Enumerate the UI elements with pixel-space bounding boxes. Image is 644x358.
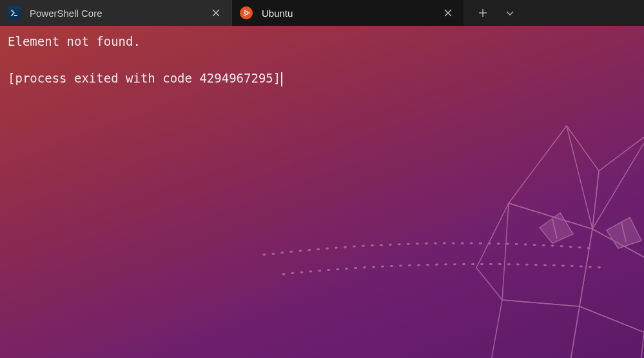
tab-dropdown-button[interactable] [496, 0, 523, 26]
terminal-pane[interactable]: Element not found. [process exited with … [0, 26, 644, 358]
plus-icon [478, 8, 487, 17]
tab-label: PowerShell Core [30, 8, 208, 19]
output-line: [process exited with code 4294967295] [8, 71, 280, 85]
tab-powershell[interactable]: PowerShell Core [0, 0, 232, 26]
svg-line-17 [476, 203, 509, 268]
background-art [231, 74, 644, 358]
powershell-icon [8, 6, 21, 19]
svg-line-26 [592, 132, 644, 229]
svg-marker-14 [580, 229, 644, 332]
close-icon[interactable] [440, 5, 456, 21]
svg-point-6 [244, 14, 246, 16]
svg-point-4 [248, 12, 250, 14]
ubuntu-icon [240, 6, 253, 19]
svg-marker-11 [509, 126, 599, 229]
chevron-down-icon [505, 8, 514, 17]
tab-actions [464, 0, 523, 26]
terminal-window: PowerShell Core Ubu [0, 0, 644, 358]
svg-line-25 [567, 126, 592, 229]
tab-ubuntu[interactable]: Ubuntu [232, 0, 464, 26]
close-icon[interactable] [208, 5, 224, 21]
tab-label: Ubuntu [262, 8, 440, 19]
svg-point-3 [245, 12, 248, 15]
output-line: Element not found. [8, 34, 141, 48]
new-tab-button[interactable] [469, 0, 496, 26]
svg-point-5 [244, 10, 246, 12]
svg-line-18 [476, 268, 502, 300]
terminal-output: Element not found. [process exited with … [0, 26, 644, 94]
svg-marker-16 [567, 306, 644, 358]
cursor [281, 72, 282, 86]
svg-marker-15 [489, 300, 580, 358]
tab-bar: PowerShell Core Ubu [0, 0, 644, 26]
svg-marker-13 [502, 203, 592, 306]
